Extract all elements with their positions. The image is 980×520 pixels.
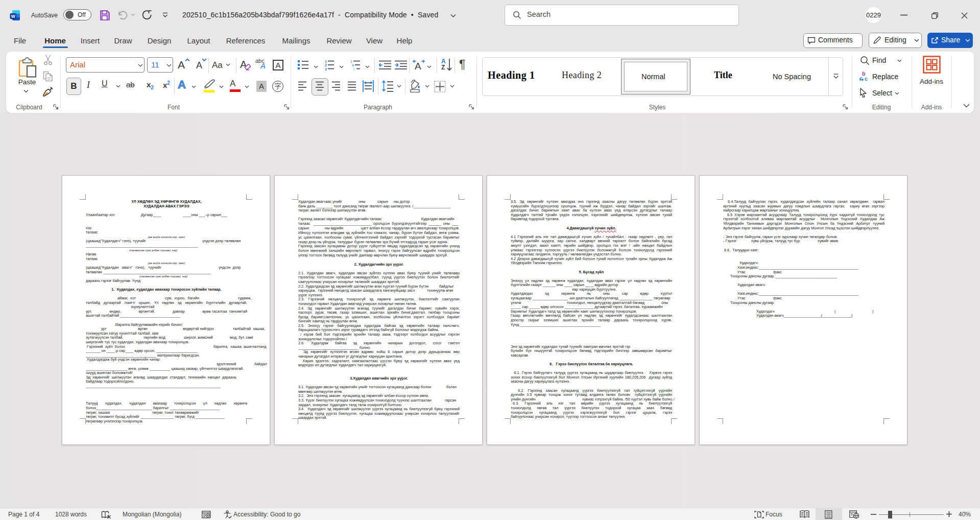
svg-text:1: 1	[325, 60, 327, 63]
svg-text:W: W	[11, 14, 16, 19]
svg-text:i: i	[353, 67, 354, 71]
svg-text:c: c	[865, 76, 868, 82]
svg-text:1: 1	[350, 60, 352, 63]
svg-text:2: 2	[325, 63, 327, 67]
svg-text:a: a	[352, 63, 354, 67]
svg-text:3: 3	[325, 67, 327, 71]
